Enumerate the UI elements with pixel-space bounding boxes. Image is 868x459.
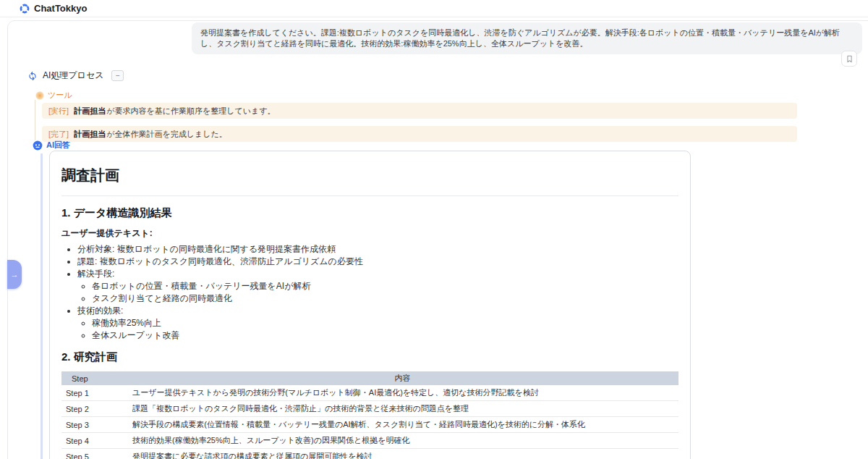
step-agent: 計画担当 [74, 106, 106, 115]
table-row: Step 3解決手段の構成要素(位置情報・積載量・バッテリー残量のAI解析、タス… [61, 417, 678, 433]
doc-title: 調査計画 [61, 166, 678, 185]
process-header: AI処理プロセス − [27, 70, 124, 82]
content-cell: 技術的効果(稼働効率25%向上、スループット改善)の因果関係と根拠を明確化 [127, 433, 678, 449]
spark-icon [35, 91, 44, 100]
bullet-text: タスク割り当てと経路の同時最適化 [92, 293, 232, 303]
bullet-item: 技術的効果:稼働効率25%向上全体スループット改善 [77, 306, 678, 340]
bullet-item: 稼働効率25%向上 [92, 318, 678, 328]
bullet-text: 各ロボットの位置・積載量・バッテリー残量をAIが解析 [92, 281, 310, 291]
bullet-text: 全体スループット改善 [92, 330, 179, 340]
timeline-connector [35, 100, 35, 140]
process-title: AI処理プロセス [43, 70, 103, 82]
bullet-text: 課題: 複数ロボットのタスク同時最適化、渋滞防止アルゴリズムの必要性 [77, 256, 363, 266]
answer-connector [41, 153, 43, 459]
section1-bullet-list: 分析対象: 複数ロボットの同時最適化に関する発明提案書作成依頼課題: 複数ロボッ… [61, 244, 678, 340]
step-text: が要求内容を基に作業順序を整理しています。 [106, 106, 275, 115]
step-status-tag: [完了] [48, 130, 71, 138]
process-steps: [実行] 計画担当が要求内容を基に作業順序を整理しています。 [完了] 計画担当… [42, 103, 797, 149]
user-message-bubble: 発明提案書を作成してください。課題:複数ロボットのタスクを同時最適化し、渋滞を防… [192, 22, 862, 54]
bookmark-button[interactable] [841, 51, 857, 67]
ai-answer-icon [33, 140, 43, 151]
process-step: [実行] 計画担当が要求内容を基に作業順序を整理しています。 [42, 103, 797, 119]
column-header-step: Step [61, 371, 127, 385]
section1-heading: 1. データ構造識別結果 [61, 206, 678, 220]
ai-answer-header: AI回答 [33, 140, 70, 151]
collapse-button[interactable]: − [111, 70, 124, 81]
process-sync-icon [27, 71, 38, 81]
bullet-item: 解決手段:各ロボットの位置・積載量・バッテリー残量をAIが解析タスク割り当てと経… [77, 269, 678, 303]
bullet-text: 分析対象: 複数ロボットの同時最適化に関する発明提案書作成依頼 [77, 244, 336, 254]
column-header-content: 内容 [127, 371, 678, 385]
bullet-item: 全体スループット改善 [92, 330, 678, 340]
app-logo[interactable]: ChatTokkyo [20, 3, 87, 14]
bullet-item: 分析対象: 複数ロボットの同時最適化に関する発明提案書作成依頼 [77, 244, 678, 254]
step-cell: Step 1 [61, 385, 127, 401]
table-row: Step 5発明提案書に必要な請求項の構成要素と従属項の展開可能性を検討 [61, 449, 678, 459]
user-message-text: 発明提案書を作成してください。課題:複数ロボットのタスクを同時最適化し、渋滞を防… [200, 28, 840, 48]
ai-answer-label: AI回答 [46, 140, 70, 151]
bullet-item: 課題: 複数ロボットのタスク同時最適化、渋滞防止アルゴリズムの必要性 [77, 256, 678, 266]
table-row: Step 4技術的効果(稼働効率25%向上、スループット改善)の因果関係と根拠を… [61, 433, 678, 449]
step-cell: Step 2 [61, 401, 127, 417]
app-header: ChatTokkyo [0, 0, 868, 17]
bullet-sublist: 稼働効率25%向上全体スループット改善 [77, 318, 678, 340]
content-cell: 課題「複数ロボットのタスク同時最適化・渋滞防止」の技術的背景と従来技術の問題点を… [127, 401, 678, 417]
content-cell: 解決手段の構成要素(位置情報・積載量・バッテリー残量のAI解析、タスク割り当て・… [127, 417, 678, 433]
bullet-item: 各ロボットの位置・積載量・バッテリー残量をAIが解析 [92, 281, 678, 291]
process-step: [完了] 計画担当が全体作業計画を完成しました。 [42, 126, 797, 142]
table-row: Step 1ユーザー提供テキストから発明の技術分野(マルチロボット制御・AI最適… [61, 385, 678, 401]
tool-section: ツール [35, 90, 72, 101]
table-row: Step 2課題「複数ロボットのタスク同時最適化・渋滞防止」の技術的背景と従来技… [61, 401, 678, 417]
research-plan-table: Step内容 Step 1ユーザー提供テキストから発明の技術分野(マルチロボット… [61, 371, 678, 459]
bullet-text: 解決手段: [77, 269, 114, 279]
tool-label: ツール [48, 90, 72, 101]
step-agent: 計画担当 [74, 130, 106, 138]
step-cell: Step 4 [61, 433, 127, 449]
step-status-tag: [実行] [48, 106, 71, 115]
content-cell: 発明提案書に必要な請求項の構成要素と従属項の展開可能性を検討 [127, 449, 678, 459]
content-cell: ユーザー提供テキストから発明の技術分野(マルチロボット制御・AI最適化)を特定し… [127, 385, 678, 401]
app-title: ChatTokkyo [34, 3, 87, 14]
bookmark-icon [845, 54, 854, 64]
bullet-text: 稼働効率25%向上 [92, 318, 161, 328]
logo-icon [20, 4, 30, 14]
arrow-right-icon: → [11, 270, 19, 279]
section1-intro: ユーザー提供テキスト: [61, 227, 678, 240]
answer-card: 調査計画 1. データ構造識別結果 ユーザー提供テキスト: 分析対象: 複数ロボ… [49, 151, 691, 459]
bullet-text: 技術的効果: [77, 306, 123, 316]
step-text: が全体作業計画を完成しました。 [106, 130, 227, 138]
step-cell: Step 3 [61, 417, 127, 433]
sidebar-expand-button[interactable]: → [7, 260, 22, 289]
doc-divider [61, 195, 678, 196]
step-cell: Step 5 [61, 449, 127, 459]
section2-heading: 2. 研究計画 [61, 350, 678, 364]
app-screen: ChatTokkyo 発明提案書を作成してください。課題:複数ロボットのタスクを… [0, 0, 868, 459]
bullet-item: タスク割り当てと経路の同時最適化 [92, 293, 678, 303]
table-header: Step内容 [61, 371, 678, 385]
bullet-sublist: 各ロボットの位置・積載量・バッテリー残量をAIが解析タスク割り当てと経路の同時最… [77, 281, 678, 303]
